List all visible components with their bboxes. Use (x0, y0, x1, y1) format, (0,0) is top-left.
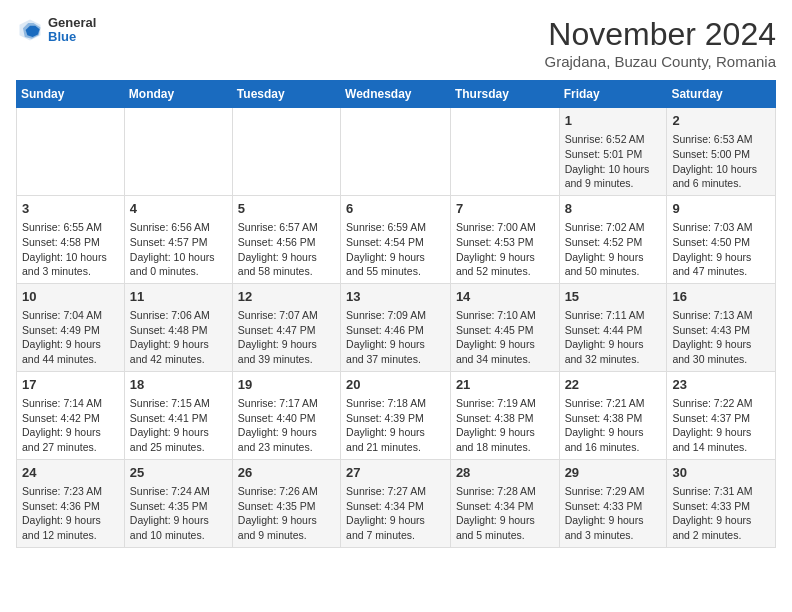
day-number: 27 (346, 464, 445, 482)
weekday-header-monday: Monday (124, 81, 232, 108)
day-number: 7 (456, 200, 554, 218)
weekday-header-wednesday: Wednesday (341, 81, 451, 108)
weekday-header-friday: Friday (559, 81, 667, 108)
day-number: 28 (456, 464, 554, 482)
calendar-cell: 14Sunrise: 7:10 AMSunset: 4:45 PMDayligh… (450, 283, 559, 371)
calendar-row-2: 10Sunrise: 7:04 AMSunset: 4:49 PMDayligh… (17, 283, 776, 371)
day-number: 21 (456, 376, 554, 394)
calendar-cell: 24Sunrise: 7:23 AMSunset: 4:36 PMDayligh… (17, 459, 125, 547)
weekday-header-row: SundayMondayTuesdayWednesdayThursdayFrid… (17, 81, 776, 108)
calendar-cell (17, 108, 125, 196)
calendar-row-4: 24Sunrise: 7:23 AMSunset: 4:36 PMDayligh… (17, 459, 776, 547)
day-number: 17 (22, 376, 119, 394)
calendar-row-3: 17Sunrise: 7:14 AMSunset: 4:42 PMDayligh… (17, 371, 776, 459)
calendar-cell: 26Sunrise: 7:26 AMSunset: 4:35 PMDayligh… (232, 459, 340, 547)
day-number: 10 (22, 288, 119, 306)
weekday-header-sunday: Sunday (17, 81, 125, 108)
calendar-cell: 17Sunrise: 7:14 AMSunset: 4:42 PMDayligh… (17, 371, 125, 459)
calendar-cell: 4Sunrise: 6:56 AMSunset: 4:57 PMDaylight… (124, 195, 232, 283)
calendar-cell: 18Sunrise: 7:15 AMSunset: 4:41 PMDayligh… (124, 371, 232, 459)
calendar-cell: 5Sunrise: 6:57 AMSunset: 4:56 PMDaylight… (232, 195, 340, 283)
calendar-cell: 29Sunrise: 7:29 AMSunset: 4:33 PMDayligh… (559, 459, 667, 547)
day-number: 15 (565, 288, 662, 306)
calendar-cell: 27Sunrise: 7:27 AMSunset: 4:34 PMDayligh… (341, 459, 451, 547)
day-number: 22 (565, 376, 662, 394)
calendar-cell: 3Sunrise: 6:55 AMSunset: 4:58 PMDaylight… (17, 195, 125, 283)
day-number: 19 (238, 376, 335, 394)
calendar-cell (124, 108, 232, 196)
weekday-header-tuesday: Tuesday (232, 81, 340, 108)
day-number: 3 (22, 200, 119, 218)
day-number: 26 (238, 464, 335, 482)
calendar-cell: 9Sunrise: 7:03 AMSunset: 4:50 PMDaylight… (667, 195, 776, 283)
day-number: 16 (672, 288, 770, 306)
day-number: 11 (130, 288, 227, 306)
title-block: November 2024 Grajdana, Buzau County, Ro… (544, 16, 776, 70)
weekday-header-thursday: Thursday (450, 81, 559, 108)
calendar-table: SundayMondayTuesdayWednesdayThursdayFrid… (16, 80, 776, 548)
calendar-cell: 23Sunrise: 7:22 AMSunset: 4:37 PMDayligh… (667, 371, 776, 459)
calendar-cell: 1Sunrise: 6:52 AMSunset: 5:01 PMDaylight… (559, 108, 667, 196)
logo-general-text: General (48, 16, 96, 30)
logo-icon (16, 16, 44, 44)
calendar-cell: 12Sunrise: 7:07 AMSunset: 4:47 PMDayligh… (232, 283, 340, 371)
calendar-cell (341, 108, 451, 196)
calendar-cell: 8Sunrise: 7:02 AMSunset: 4:52 PMDaylight… (559, 195, 667, 283)
calendar-cell: 15Sunrise: 7:11 AMSunset: 4:44 PMDayligh… (559, 283, 667, 371)
weekday-header-saturday: Saturday (667, 81, 776, 108)
day-number: 5 (238, 200, 335, 218)
calendar-cell: 19Sunrise: 7:17 AMSunset: 4:40 PMDayligh… (232, 371, 340, 459)
calendar-cell: 30Sunrise: 7:31 AMSunset: 4:33 PMDayligh… (667, 459, 776, 547)
calendar-header: SundayMondayTuesdayWednesdayThursdayFrid… (17, 81, 776, 108)
day-number: 14 (456, 288, 554, 306)
day-number: 30 (672, 464, 770, 482)
day-number: 23 (672, 376, 770, 394)
day-number: 20 (346, 376, 445, 394)
day-number: 8 (565, 200, 662, 218)
calendar-cell (450, 108, 559, 196)
location: Grajdana, Buzau County, Romania (544, 53, 776, 70)
day-number: 12 (238, 288, 335, 306)
calendar-cell: 25Sunrise: 7:24 AMSunset: 4:35 PMDayligh… (124, 459, 232, 547)
calendar-cell: 7Sunrise: 7:00 AMSunset: 4:53 PMDaylight… (450, 195, 559, 283)
logo-blue-text: Blue (48, 30, 96, 44)
day-number: 6 (346, 200, 445, 218)
calendar-row-1: 3Sunrise: 6:55 AMSunset: 4:58 PMDaylight… (17, 195, 776, 283)
calendar-cell (232, 108, 340, 196)
calendar-cell: 22Sunrise: 7:21 AMSunset: 4:38 PMDayligh… (559, 371, 667, 459)
logo: General Blue (16, 16, 96, 45)
calendar-cell: 21Sunrise: 7:19 AMSunset: 4:38 PMDayligh… (450, 371, 559, 459)
day-number: 18 (130, 376, 227, 394)
calendar-cell: 6Sunrise: 6:59 AMSunset: 4:54 PMDaylight… (341, 195, 451, 283)
day-number: 13 (346, 288, 445, 306)
calendar-row-0: 1Sunrise: 6:52 AMSunset: 5:01 PMDaylight… (17, 108, 776, 196)
calendar-cell: 10Sunrise: 7:04 AMSunset: 4:49 PMDayligh… (17, 283, 125, 371)
calendar-cell: 20Sunrise: 7:18 AMSunset: 4:39 PMDayligh… (341, 371, 451, 459)
calendar-body: 1Sunrise: 6:52 AMSunset: 5:01 PMDaylight… (17, 108, 776, 548)
day-number: 4 (130, 200, 227, 218)
calendar-cell: 13Sunrise: 7:09 AMSunset: 4:46 PMDayligh… (341, 283, 451, 371)
day-number: 29 (565, 464, 662, 482)
calendar-cell: 28Sunrise: 7:28 AMSunset: 4:34 PMDayligh… (450, 459, 559, 547)
calendar-cell: 11Sunrise: 7:06 AMSunset: 4:48 PMDayligh… (124, 283, 232, 371)
day-number: 2 (672, 112, 770, 130)
month-title: November 2024 (544, 16, 776, 53)
page-header: General Blue November 2024 Grajdana, Buz… (16, 16, 776, 70)
logo-text: General Blue (48, 16, 96, 45)
day-number: 25 (130, 464, 227, 482)
day-number: 9 (672, 200, 770, 218)
calendar-cell: 16Sunrise: 7:13 AMSunset: 4:43 PMDayligh… (667, 283, 776, 371)
day-number: 1 (565, 112, 662, 130)
calendar-cell: 2Sunrise: 6:53 AMSunset: 5:00 PMDaylight… (667, 108, 776, 196)
day-number: 24 (22, 464, 119, 482)
